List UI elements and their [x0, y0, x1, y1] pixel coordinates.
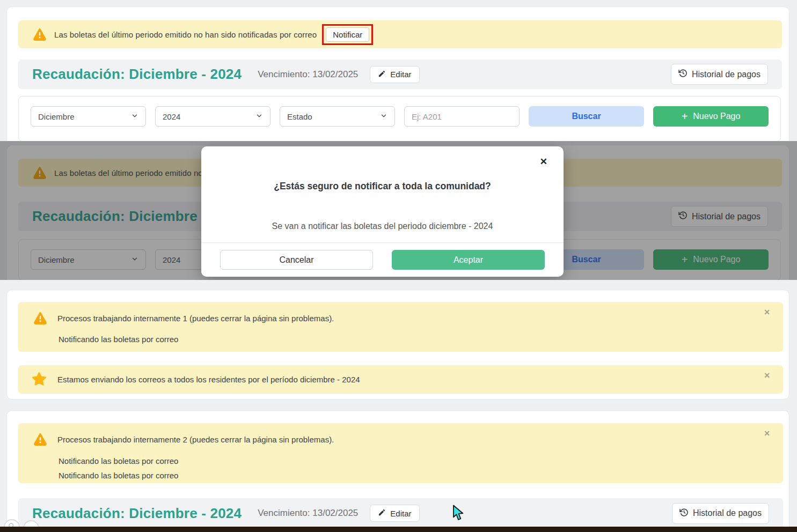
new-payment-label: Nuevo Pago [693, 112, 740, 121]
notify-warning-banner: Las boletas del último periodo emitido n… [18, 20, 782, 48]
collection-header-bottom: Recaudación: Diciembre - 2024 Vencimient… [18, 498, 783, 528]
dialog-screenshot: Las boletas del último periodo emitido n… [0, 141, 797, 280]
status-select[interactable]: Estado [280, 106, 395, 127]
notificar-button[interactable]: Notificar [326, 27, 369, 42]
dialog-message: Se van a notificar las boletas del perio… [201, 221, 564, 231]
unit-search-input[interactable] [404, 106, 520, 127]
chevron-down-icon [255, 112, 263, 121]
process-alert-title: Procesos trabajando internamente 2 (pued… [57, 435, 334, 444]
close-icon[interactable]: ✕ [764, 430, 770, 437]
mouse-cursor [452, 505, 465, 523]
collection-header: Recaudación: Diciembre - 2024 Vencimient… [18, 60, 782, 89]
year-select-value: 2024 [163, 112, 180, 121]
chevron-down-icon [380, 112, 387, 121]
processes-panel-2: Procesos trabajando internamente 2 (pued… [6, 410, 789, 532]
close-icon[interactable]: ✕ [540, 157, 547, 166]
process-alert-line: Notificando las boletas por correo [59, 471, 178, 480]
dialog-divider [201, 242, 564, 243]
top-panel: Las boletas del último periodo emitido n… [6, 6, 789, 141]
pencil-icon [378, 508, 386, 518]
due-date-label: Vencimiento: 13/02/2025 [258, 69, 358, 80]
chevron-down-icon [131, 112, 138, 121]
edit-button-label: Editar [390, 70, 411, 79]
star-icon [31, 371, 47, 389]
history-button-label: Historial de pagos [693, 508, 762, 518]
process-alert-line: Notificando las boletas por correo [59, 456, 178, 466]
page-title: Recaudación: Diciembre - 2024 [32, 505, 242, 522]
edit-button[interactable]: Editar [370, 505, 419, 522]
processes-panel-1: Procesos trabajando internamente 1 (pued… [6, 290, 789, 400]
due-date-label: Vencimiento: 13/02/2025 [258, 508, 358, 519]
pencil-icon [378, 70, 386, 79]
year-select[interactable]: 2024 [155, 106, 270, 127]
process-alert-2: Procesos trabajando internamente 2 (pued… [18, 423, 783, 483]
edit-button-label: Editar [390, 509, 411, 518]
plus-icon: + [682, 111, 688, 122]
red-highlight-box: Notificar [322, 24, 373, 45]
edit-button[interactable]: Editar [370, 66, 419, 83]
dialog-title: ¿Estás seguro de notificar a toda la com… [201, 181, 564, 192]
sending-alert: Estamos enviando los correos a todos los… [18, 365, 783, 394]
warning-triangle-icon [33, 432, 47, 448]
month-select-value: Diciembre [38, 112, 75, 121]
composite-screenshot: Las boletas del último periodo emitido n… [0, 0, 797, 532]
banner-text: Las boletas del último periodo emitido n… [54, 30, 317, 39]
sending-alert-text: Estamos enviando los correos a todos los… [57, 375, 360, 384]
month-select[interactable]: Diciembre [31, 106, 146, 127]
close-icon[interactable]: ✕ [764, 308, 770, 316]
history-button-label: Historial de pagos [692, 70, 761, 79]
page-title: Recaudación: Diciembre - 2024 [32, 66, 242, 83]
cancel-button[interactable]: Cancelar [220, 250, 373, 270]
confirm-notify-dialog: ✕ ¿Estás seguro de notificar a toda la c… [201, 146, 564, 277]
status-select-value: Estado [287, 112, 312, 121]
bottom-dark-bar [0, 527, 797, 532]
warning-triangle-icon [33, 27, 47, 43]
search-button[interactable]: Buscar [529, 106, 644, 127]
warning-triangle-icon [33, 311, 47, 327]
process-alert-1: Procesos trabajando internamente 1 (pued… [18, 302, 783, 352]
filters-bar: Diciembre 2024 Estado Buscar + Nuevo Pag… [18, 96, 781, 142]
close-icon[interactable]: ✕ [764, 372, 770, 379]
new-payment-button[interactable]: + Nuevo Pago [653, 106, 769, 127]
process-alert-title: Procesos trabajando internamente 1 (pued… [57, 314, 334, 323]
history-clock-icon [678, 69, 688, 80]
history-clock-icon [679, 508, 689, 519]
payment-history-button[interactable]: Historial de pagos [671, 64, 768, 85]
accept-button[interactable]: Aceptar [392, 250, 545, 270]
payment-history-button[interactable]: Historial de pagos [672, 503, 769, 524]
process-alert-line: Notificando las boletas por correo [59, 335, 178, 344]
